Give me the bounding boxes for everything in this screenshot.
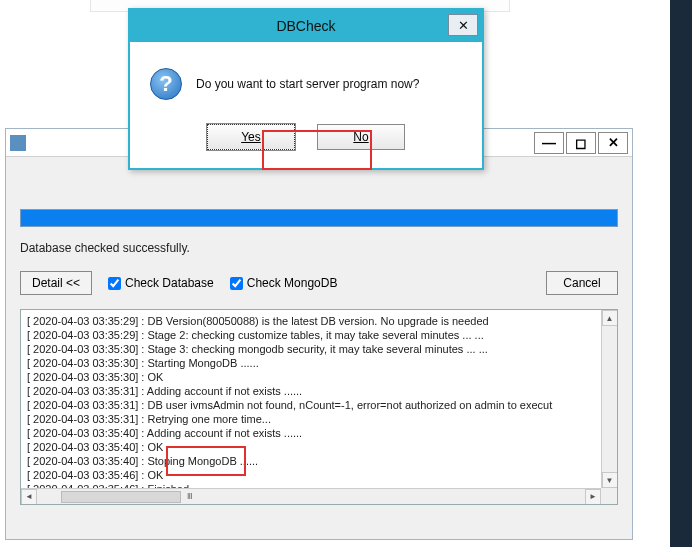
log-line: [ 2020-04-03 03:35:40] : Adding account … [27,426,595,440]
cancel-button[interactable]: Cancel [546,271,618,295]
log-line: [ 2020-04-03 03:35:40] : Stoping MongoDB… [27,454,595,468]
vertical-scrollbar[interactable]: ▲ ▼ [601,310,617,488]
controls-row: Detail << Check Database Check MongoDB C… [20,271,618,295]
log-line: [ 2020-04-03 03:35:29] : Stage 2: checki… [27,328,595,342]
log-line: [ 2020-04-03 03:35:30] : Starting MongoD… [27,356,595,370]
scroll-down-icon[interactable]: ▼ [602,472,618,488]
log-line: [ 2020-04-03 03:35:29] : DB Version(8005… [27,314,595,328]
check-database-checkbox[interactable]: Check Database [108,276,214,290]
check-mongodb-checkbox[interactable]: Check MongoDB [230,276,338,290]
scroll-corner [601,488,617,504]
dialog-message: Do you want to start server program now? [196,77,419,91]
scroll-right-icon[interactable]: ► [585,489,601,505]
close-button[interactable]: ✕ [598,132,628,154]
log-line: [ 2020-04-03 03:35:31] : Adding account … [27,384,595,398]
log-box: [ 2020-04-03 03:35:29] : DB Version(8005… [20,309,618,505]
scroll-left-icon[interactable]: ◄ [21,489,37,505]
minimize-button[interactable]: — [534,132,564,154]
window-controls: — ◻ ✕ [534,132,628,154]
check-mongodb-input[interactable] [230,277,243,290]
dbcheck-dialog: DBCheck ✕ ? Do you want to start server … [128,8,484,170]
log-line: [ 2020-04-03 03:35:31] : DB user ivmsAdm… [27,398,595,412]
check-mongodb-label: Check MongoDB [247,276,338,290]
check-database-label: Check Database [125,276,214,290]
scroll-up-icon[interactable]: ▲ [602,310,618,326]
dialog-title: DBCheck [276,18,335,34]
progress-bar [20,209,618,227]
window-edge-strip [670,0,692,547]
check-database-input[interactable] [108,277,121,290]
horizontal-scrollbar[interactable]: ◄ Ⅲ ► [21,488,601,504]
yes-button-label: Yes [241,130,261,144]
dialog-close-button[interactable]: ✕ [448,14,478,36]
detail-button[interactable]: Detail << [20,271,92,295]
app-icon [10,135,26,151]
yes-button[interactable]: Yes [207,124,295,150]
no-button[interactable]: No [317,124,405,150]
log-line: [ 2020-04-03 03:35:30] : Stage 3: checki… [27,342,595,356]
log-line: [ 2020-04-03 03:35:40] : OK [27,440,595,454]
main-window: — ◻ ✕ Database checked successfully. Det… [5,128,633,540]
hscroll-thumb[interactable] [61,491,181,503]
log-line: [ 2020-04-03 03:35:46] : OK [27,468,595,482]
log-line: [ 2020-04-03 03:35:30] : OK [27,370,595,384]
dialog-titlebar: DBCheck ✕ [130,10,482,42]
no-button-label: No [353,130,368,144]
log-line: [ 2020-04-03 03:35:31] : Retrying one mo… [27,412,595,426]
question-icon: ? [150,68,182,100]
maximize-button[interactable]: ◻ [566,132,596,154]
log-content: [ 2020-04-03 03:35:29] : DB Version(8005… [21,310,601,488]
status-text: Database checked successfully. [20,241,618,255]
